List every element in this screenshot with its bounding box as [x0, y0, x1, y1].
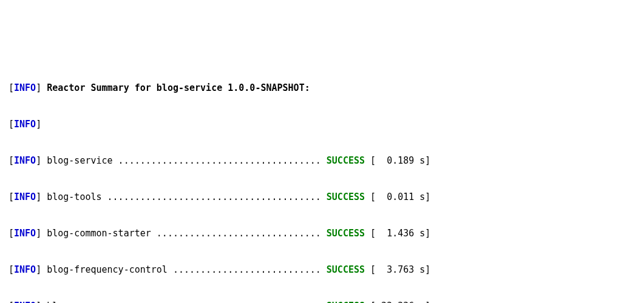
bracket-open: [: [8, 301, 14, 303]
bracket-close: ]: [36, 119, 41, 130]
module-status: SUCCESS: [327, 191, 365, 202]
module-name: blog-common-starter ....................…: [41, 228, 327, 239]
reactor-summary-text: Reactor Summary for blog-service 1.0.0-S…: [41, 82, 310, 93]
bracket-open: [: [8, 191, 14, 202]
bracket-close: ]: [36, 191, 41, 202]
module-name: blog-tools .............................…: [41, 191, 327, 202]
log-line-module: [INFO] blog-service ....................…: [8, 152, 636, 170]
bracket-open: [: [8, 119, 14, 130]
info-tag: INFO: [14, 191, 36, 202]
info-tag: INFO: [14, 228, 36, 239]
module-time: [ 32.336 s]: [365, 301, 430, 303]
module-name: blog-service ...........................…: [41, 155, 327, 166]
bracket-open: [: [8, 264, 14, 275]
bracket-close: ]: [36, 82, 41, 93]
module-status: SUCCESS: [327, 228, 365, 239]
log-line-header: [INFO] Reactor Summary for blog-service …: [8, 79, 636, 97]
info-tag: INFO: [14, 155, 36, 166]
log-line-module: [INFO] blog-frequency-control ..........…: [8, 261, 636, 279]
bracket-open: [: [8, 155, 14, 166]
info-tag: INFO: [14, 82, 36, 93]
log-line-empty: [INFO]: [8, 115, 636, 133]
bracket-close: ]: [36, 228, 41, 239]
module-name: blog-server ............................…: [41, 301, 327, 303]
module-time: [ 0.189 s]: [365, 155, 430, 166]
bracket-close: ]: [36, 264, 41, 275]
info-tag: INFO: [14, 119, 36, 130]
info-tag: INFO: [14, 301, 36, 303]
log-line-module: [INFO] blog-common-starter .............…: [8, 224, 636, 242]
bracket-open: [: [8, 82, 14, 93]
bracket-close: ]: [36, 155, 41, 166]
bracket-open: [: [8, 228, 14, 239]
module-status: SUCCESS: [327, 155, 365, 166]
module-status: SUCCESS: [327, 264, 365, 275]
log-line-module: [INFO] blog-server .....................…: [8, 297, 636, 303]
module-time: [ 1.436 s]: [365, 228, 430, 239]
module-time: [ 0.011 s]: [365, 191, 430, 202]
module-status: SUCCESS: [327, 301, 365, 303]
bracket-close: ]: [36, 301, 41, 303]
info-tag: INFO: [14, 264, 36, 275]
log-line-module: [INFO] blog-tools ......................…: [8, 188, 636, 206]
module-time: [ 3.763 s]: [365, 264, 430, 275]
module-name: blog-frequency-control .................…: [41, 264, 327, 275]
